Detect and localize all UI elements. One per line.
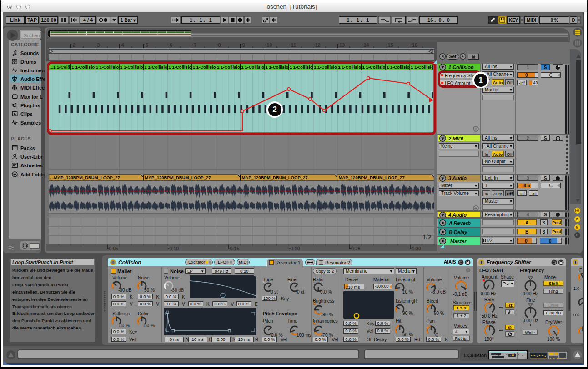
svg-text:MAP_120BPM_DRUM_LOOP_27: MAP_120BPM_DRUM_LOOP_27 bbox=[339, 175, 405, 180]
svg-text:MAP_120BPM_DRUM_LOOP_27: MAP_120BPM_DRUM_LOOP_27 bbox=[145, 175, 211, 180]
svg-text:...MAP_120BPM_DRUM_LOOP_27: ...MAP_120BPM_DRUM_LOOP_27 bbox=[50, 175, 120, 180]
svg-text:MAP_120BPM_DRUM_LOOP_27: MAP_120BPM_DRUM_LOOP_27 bbox=[241, 175, 307, 180]
